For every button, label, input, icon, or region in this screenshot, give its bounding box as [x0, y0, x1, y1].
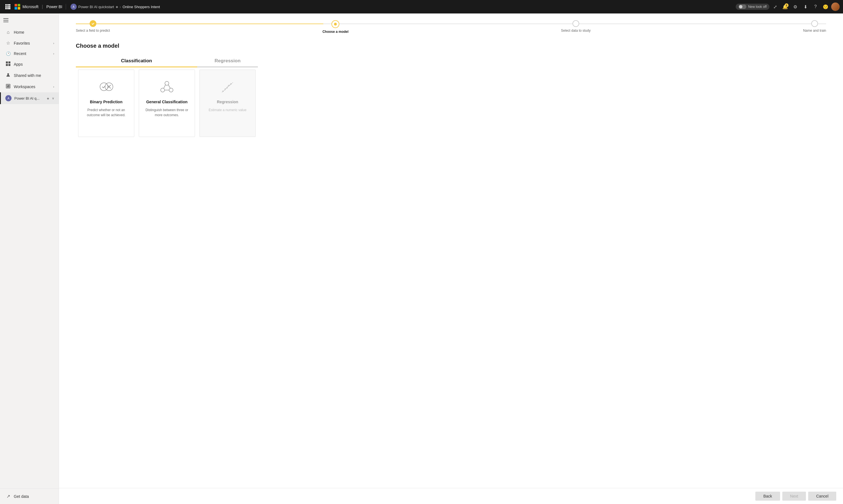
- sidebar-item-label: Shared with me: [14, 73, 54, 78]
- svg-line-28: [164, 85, 166, 88]
- app-name: Power BI: [46, 4, 62, 9]
- brand-name: Microsoft: [22, 4, 38, 9]
- chevron-right-icon: ›: [53, 41, 54, 45]
- svg-rect-8: [9, 8, 11, 9]
- waffle-menu-button[interactable]: [3, 2, 12, 11]
- svg-rect-18: [7, 85, 8, 86]
- sidebar-item-label: Recent: [14, 51, 50, 56]
- shared-icon: [5, 73, 11, 78]
- svg-point-27: [169, 88, 173, 92]
- svg-point-16: [7, 73, 9, 75]
- bottom-bar: Back Next Cancel: [59, 488, 843, 504]
- get-data-icon: ↗: [5, 493, 11, 499]
- general-classification-desc: Distinguish between three or more outcom…: [145, 107, 189, 118]
- expand-button[interactable]: ⤢: [771, 2, 779, 11]
- brand-area: Microsoft | Power BI: [15, 4, 66, 10]
- stepper-step-2: Choose a model: [323, 20, 349, 34]
- svg-rect-1: [7, 4, 9, 6]
- stepper: Select a field to predict Choose a model…: [76, 20, 826, 34]
- sidebar-toggle-button[interactable]: [0, 14, 59, 27]
- svg-rect-2: [9, 4, 11, 6]
- regression-card: Regression Estimate a numeric value: [200, 70, 256, 137]
- sidebar-item-apps[interactable]: Apps: [0, 59, 59, 70]
- help-button[interactable]: ?: [811, 2, 820, 11]
- download-button[interactable]: ⬇: [801, 2, 810, 11]
- workspaces-icon: [5, 84, 11, 90]
- breadcrumb-current: Online Shoppers Intent: [122, 5, 160, 9]
- back-button[interactable]: Back: [755, 492, 780, 501]
- classification-section: Classification: [76, 58, 197, 139]
- sidebar-item-workspaces[interactable]: Workspaces ›: [0, 81, 59, 92]
- page-content: Choose a model Classification: [59, 36, 843, 488]
- sidebar-item-label: Favorites: [14, 41, 50, 46]
- svg-rect-7: [7, 8, 9, 9]
- sidebar-bottom: ↗ Get data: [0, 488, 59, 504]
- new-look-label: New look off: [748, 5, 767, 9]
- sidebar: ⌂ Home ☆ Favorites › 🕐 Recent › Apps: [0, 14, 59, 504]
- next-button[interactable]: Next: [782, 492, 806, 501]
- svg-rect-10: [3, 20, 8, 20]
- sidebar-item-shared[interactable]: Shared with me: [0, 70, 59, 81]
- sidebar-item-power-bi-workspace[interactable]: A Power BI AI q... ◆ ∨: [0, 92, 59, 104]
- general-classification-card[interactable]: General Classification Distinguish betwe…: [139, 70, 195, 137]
- classification-header: Classification: [76, 58, 197, 67]
- stepper-step-1: Select a field to predict: [76, 20, 110, 34]
- chevron-right-icon: ›: [53, 52, 54, 55]
- svg-point-26: [161, 88, 165, 92]
- toggle-pill: [739, 4, 746, 9]
- favorites-icon: ☆: [5, 40, 11, 46]
- svg-rect-15: [8, 64, 11, 66]
- binary-prediction-title: Binary Prediction: [90, 100, 122, 104]
- step-circle-1: [90, 20, 96, 27]
- binary-prediction-card[interactable]: Binary Prediction Predict whether or not…: [78, 70, 134, 137]
- model-sections: Classification: [76, 58, 826, 139]
- workspace-icon: A: [70, 4, 77, 10]
- regression-section: Regression: [197, 58, 258, 139]
- new-look-toggle[interactable]: New look off: [736, 4, 769, 10]
- stepper-step-4: Name and train: [803, 20, 826, 34]
- step-label-4: Name and train: [803, 29, 826, 33]
- feedback-button[interactable]: 🙂: [821, 2, 830, 11]
- microsoft-logo: [15, 4, 20, 10]
- svg-rect-14: [6, 64, 8, 66]
- sidebar-item-get-data[interactable]: ↗ Get data: [0, 491, 59, 502]
- step-label-2: Choose a model: [323, 30, 349, 34]
- svg-rect-4: [7, 6, 9, 7]
- step-label-1: Select a field to predict: [76, 29, 110, 33]
- svg-point-21: [100, 83, 108, 91]
- sidebar-item-label: Get data: [14, 494, 54, 499]
- top-navigation: Microsoft | Power BI A Power BI AI quick…: [0, 0, 843, 14]
- sidebar-item-home[interactable]: ⌂ Home: [0, 27, 59, 38]
- main-layout: ⌂ Home ☆ Favorites › 🕐 Recent › Apps: [0, 14, 843, 504]
- workspace-avatar: A: [5, 95, 12, 101]
- nav-actions: New look off ⤢ 🔔 1 ⚙ ⬇ ? 🙂: [736, 2, 840, 11]
- apps-icon: [5, 61, 11, 67]
- svg-rect-20: [9, 85, 9, 87]
- notification-badge: 1: [785, 3, 789, 7]
- workspace-label: Power BI AI q...: [14, 96, 44, 101]
- svg-rect-12: [6, 61, 8, 64]
- sidebar-item-label: Home: [14, 30, 54, 35]
- sidebar-item-recent[interactable]: 🕐 Recent ›: [0, 49, 59, 59]
- user-avatar[interactable]: [831, 2, 840, 11]
- regression-header: Regression: [197, 58, 258, 67]
- classification-cards: Binary Prediction Predict whether or not…: [76, 67, 197, 139]
- sidebar-item-label: Workspaces: [14, 85, 50, 89]
- sidebar-item-favorites[interactable]: ☆ Favorites ›: [0, 38, 59, 49]
- step-circle-4: [811, 20, 818, 27]
- cancel-button[interactable]: Cancel: [808, 492, 836, 501]
- diamond-icon: ◆: [116, 5, 118, 9]
- svg-rect-0: [5, 4, 7, 6]
- svg-rect-5: [9, 6, 11, 7]
- regression-cards: Regression Estimate a numeric value: [197, 67, 258, 139]
- settings-button[interactable]: ⚙: [791, 2, 800, 11]
- binary-prediction-desc: Predict whether or not an outcome will b…: [84, 107, 128, 118]
- svg-rect-13: [8, 61, 11, 64]
- breadcrumb: A Power BI AI quickstart ◆ › Online Shop…: [70, 4, 160, 10]
- regression-title: Regression: [217, 100, 238, 104]
- breadcrumb-workspace[interactable]: Power BI AI quickstart: [79, 5, 114, 9]
- content-area: Select a field to predict Choose a model…: [59, 14, 843, 504]
- notifications-button[interactable]: 🔔 1: [781, 2, 790, 11]
- svg-rect-19: [7, 87, 8, 87]
- page-title: Choose a model: [76, 43, 826, 49]
